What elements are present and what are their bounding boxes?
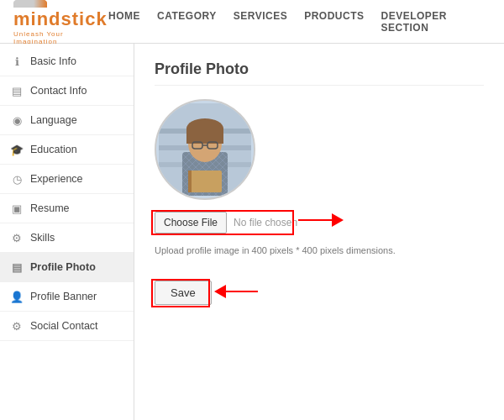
main-nav: HOME CATEGORY SERVICES PRODUCTS DEVELOPE…: [108, 10, 491, 34]
nav-home[interactable]: HOME: [108, 10, 140, 34]
sidebar: ℹ Basic Info ▤ Contact Info ◉ Language 🎓…: [0, 44, 134, 420]
sidebar-label-basic-info: Basic Info: [30, 55, 76, 67]
logo: mindstick Unleash Your Imagination: [13, 0, 108, 45]
logo-arc: [13, 0, 47, 8]
sidebar-item-education[interactable]: 🎓 Education: [0, 135, 134, 165]
logo-main: mind: [13, 8, 61, 29]
sidebar-item-experience[interactable]: ◷ Experience: [0, 165, 134, 194]
file-name-display: No file chosen: [234, 217, 297, 228]
resume-icon: ▣: [10, 202, 24, 215]
main-layout: ℹ Basic Info ▤ Contact Info ◉ Language 🎓…: [0, 44, 504, 420]
choose-file-button[interactable]: Choose File: [155, 212, 227, 234]
sidebar-label-social-contact: Social Contact: [30, 320, 98, 332]
avatar: [155, 99, 255, 200]
nav-services[interactable]: SERVICES: [234, 10, 287, 34]
content-area: Profile Photo: [134, 44, 504, 420]
sidebar-item-resume[interactable]: ▣ Resume: [0, 194, 134, 223]
arrow-annotation-right: [298, 213, 344, 227]
sidebar-label-experience: Experience: [30, 173, 83, 185]
logo-accent: stick: [61, 8, 108, 29]
photo-area: Choose File No file chosen Upload profil…: [155, 99, 484, 305]
profile-banner-icon: 👤: [10, 290, 24, 303]
svg-rect-13: [188, 171, 192, 192]
upload-hint: Upload profile image in 400 pixels * 400…: [155, 245, 484, 255]
sidebar-item-skills[interactable]: ⚙ Skills: [0, 223, 134, 253]
sidebar-item-profile-photo[interactable]: ▤ Profile Photo: [0, 253, 134, 282]
skills-icon: ⚙: [10, 231, 24, 244]
contact-icon: ▤: [10, 84, 24, 97]
sidebar-label-profile-photo: Profile Photo: [30, 261, 96, 273]
page-title: Profile Photo: [155, 60, 484, 86]
sidebar-item-language[interactable]: ◉ Language: [0, 106, 134, 135]
sidebar-label-contact-info: Contact Info: [30, 85, 87, 97]
education-icon: 🎓: [10, 143, 24, 156]
info-icon: ℹ: [10, 55, 24, 68]
sidebar-item-social-contact[interactable]: ⚙ Social Contact: [0, 312, 134, 341]
sidebar-label-profile-banner: Profile Banner: [30, 291, 97, 302]
profile-photo-icon: ▤: [10, 260, 24, 274]
arrow-annotation-left: [214, 285, 258, 298]
file-input-row: Choose File No file chosen: [155, 212, 297, 239]
language-icon: ◉: [10, 113, 24, 127]
nav-developer[interactable]: DEVELOPER SECTION: [381, 10, 491, 34]
svg-rect-12: [188, 171, 222, 192]
sidebar-label-education: Education: [30, 144, 77, 155]
nav-category[interactable]: CATEGORY: [157, 10, 217, 34]
sidebar-label-language: Language: [30, 114, 77, 126]
logo-text: mindstick: [13, 8, 108, 30]
nav-products[interactable]: PRODUCTS: [304, 10, 364, 34]
sidebar-label-resume: Resume: [30, 202, 70, 214]
svg-rect-8: [186, 129, 223, 144]
sidebar-item-basic-info[interactable]: ℹ Basic Info: [0, 47, 134, 76]
sidebar-label-skills: Skills: [30, 232, 55, 244]
social-contact-icon: ⚙: [10, 319, 24, 333]
experience-icon: ◷: [10, 172, 24, 186]
save-row: Save: [155, 281, 212, 305]
avatar-image: [159, 103, 251, 196]
sidebar-item-contact-info[interactable]: ▤ Contact Info: [0, 76, 134, 106]
save-button[interactable]: Save: [155, 281, 212, 305]
sidebar-item-profile-banner[interactable]: 👤 Profile Banner: [0, 282, 134, 312]
header: mindstick Unleash Your Imagination HOME …: [0, 0, 504, 44]
